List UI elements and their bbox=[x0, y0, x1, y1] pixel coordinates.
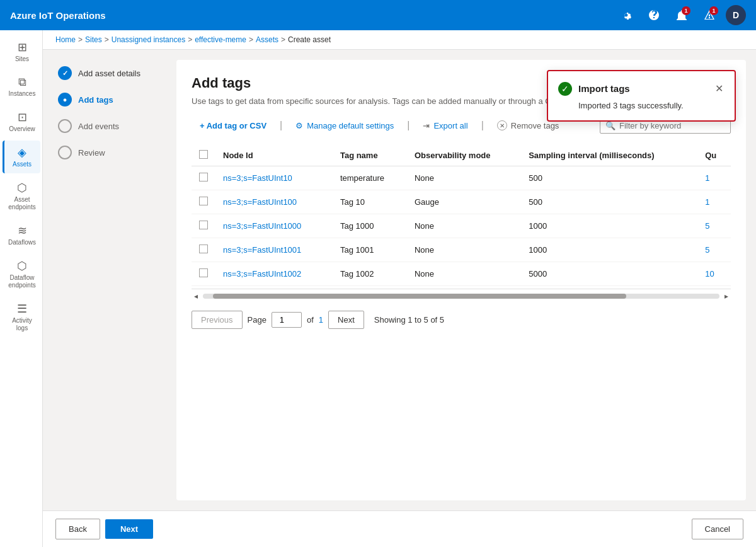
row-checkbox-cell[interactable] bbox=[192, 190, 215, 214]
settings-button[interactable] bbox=[615, 4, 638, 26]
notifications-button[interactable]: 1 bbox=[670, 4, 693, 26]
observability-cell: None bbox=[407, 262, 521, 286]
scroll-track[interactable] bbox=[203, 294, 719, 299]
sidebar-item-label: Instances bbox=[9, 90, 36, 98]
sidebar-item-label: Sites bbox=[15, 55, 29, 63]
scroll-thumb[interactable] bbox=[213, 294, 626, 299]
sampling-cell: 500 bbox=[521, 166, 697, 190]
alerts-button[interactable]: 1 bbox=[698, 4, 721, 26]
row-checkbox[interactable] bbox=[199, 173, 208, 181]
sidebar-item-activity-logs[interactable]: ☰ Activity logs bbox=[3, 297, 40, 337]
step-label-3: Add events bbox=[78, 122, 119, 131]
help-button[interactable] bbox=[643, 4, 665, 26]
next-button-footer[interactable]: Next bbox=[105, 519, 153, 539]
breadcrumb-home[interactable]: Home bbox=[55, 35, 76, 44]
pagination: Previous Page of 1 Next Showing 1 to 5 o… bbox=[192, 311, 731, 329]
scroll-right-arrow[interactable]: ▸ bbox=[722, 292, 731, 301]
observability-cell: None bbox=[407, 214, 521, 238]
breadcrumb-current: Create asset bbox=[288, 35, 331, 44]
step-label-1: Add asset details bbox=[78, 69, 140, 78]
step-review[interactable]: Review bbox=[53, 139, 166, 166]
col-qu: Qu bbox=[697, 145, 731, 166]
total-pages: 1 bbox=[319, 315, 323, 325]
help-icon bbox=[648, 9, 660, 21]
row-checkbox-cell[interactable] bbox=[192, 166, 215, 190]
breadcrumb-assets[interactable]: Assets bbox=[256, 35, 278, 44]
node-id-cell[interactable]: ns=3;s=FastUInt10 bbox=[215, 166, 333, 190]
sampling-cell: 1000 bbox=[521, 238, 697, 262]
table-body: ns=3;s=FastUInt10 temperature None 500 1… bbox=[192, 166, 731, 286]
step-circle-2: ● bbox=[58, 93, 72, 107]
footer: Back Next Cancel bbox=[43, 510, 756, 547]
row-checkbox[interactable] bbox=[199, 268, 208, 277]
main-content: Add tags Use tags to get data from speci… bbox=[176, 60, 746, 500]
filter-input[interactable] bbox=[619, 121, 725, 130]
dataflows-icon: ≋ bbox=[18, 224, 27, 238]
export-icon: ⇥ bbox=[423, 121, 430, 130]
assets-icon: ◈ bbox=[18, 146, 26, 159]
sidebar-item-label: Overview bbox=[9, 125, 35, 133]
row-checkbox-cell[interactable] bbox=[192, 214, 215, 238]
node-id-cell[interactable]: ns=3;s=FastUInt1000 bbox=[215, 214, 333, 238]
notifications-badge: 1 bbox=[682, 6, 690, 15]
row-checkbox-cell[interactable] bbox=[192, 262, 215, 286]
next-button[interactable]: Next bbox=[328, 311, 364, 329]
sidebar-item-assets[interactable]: ◈ Assets bbox=[3, 141, 40, 173]
node-id-cell[interactable]: ns=3;s=FastUInt1001 bbox=[215, 238, 333, 262]
row-checkbox[interactable] bbox=[199, 221, 208, 229]
select-all-checkbox[interactable] bbox=[199, 150, 208, 159]
content-area: Home > Sites > Unassigned instances > ef… bbox=[43, 30, 756, 547]
breadcrumb-sites[interactable]: Sites bbox=[85, 35, 102, 44]
table-row: ns=3;s=FastUInt1002 Tag 1002 None 5000 1… bbox=[192, 262, 731, 286]
table-row: ns=3;s=FastUInt1000 Tag 1000 None 1000 5 bbox=[192, 214, 731, 238]
step-add-events[interactable]: Add events bbox=[53, 113, 166, 139]
step-add-tags[interactable]: ● Add tags bbox=[53, 86, 166, 113]
sidebar-item-label: Dataflow endpoints bbox=[7, 274, 38, 289]
asset-endpoints-icon: ⬡ bbox=[17, 181, 27, 195]
sidebar-item-dataflow-endpoints[interactable]: ⬡ Dataflow endpoints bbox=[3, 254, 40, 294]
topnav: Azure IoT Operations 1 1 D bbox=[0, 0, 756, 30]
user-avatar[interactable]: D bbox=[726, 5, 746, 25]
back-button[interactable]: Back bbox=[55, 519, 100, 539]
col-tag-name: Tag name bbox=[333, 145, 407, 166]
select-all-header[interactable] bbox=[192, 145, 215, 166]
row-checkbox[interactable] bbox=[199, 197, 208, 205]
export-all-button[interactable]: ⇥ Export all bbox=[415, 117, 476, 135]
previous-button[interactable]: Previous bbox=[192, 311, 243, 329]
node-id-cell[interactable]: ns=3;s=FastUInt100 bbox=[215, 190, 333, 214]
scroll-left-arrow[interactable]: ◂ bbox=[192, 292, 200, 301]
table-row: ns=3;s=FastUInt1001 Tag 1001 None 1000 5 bbox=[192, 238, 731, 262]
sidebar-item-overview[interactable]: ⊡ Overview bbox=[3, 105, 40, 138]
dataflow-endpoints-icon: ⬡ bbox=[17, 259, 27, 273]
page-number-input[interactable] bbox=[272, 312, 302, 328]
sidebar-item-instances[interactable]: ⧉ Instances bbox=[3, 71, 40, 103]
add-tag-or-csv-button[interactable]: + Add tag or CSV bbox=[192, 117, 275, 135]
sidebar-item-asset-endpoints[interactable]: ⬡ Asset endpoints bbox=[3, 176, 40, 216]
sampling-cell: 1000 bbox=[521, 214, 697, 238]
tag-name-cell: Tag 1000 bbox=[333, 214, 407, 238]
row-checkbox[interactable] bbox=[199, 245, 208, 253]
row-checkbox-cell[interactable] bbox=[192, 238, 215, 262]
qu-cell: 5 bbox=[697, 214, 731, 238]
col-sampling: Sampling interval (milliseconds) bbox=[521, 145, 697, 166]
sidebar-item-dataflows[interactable]: ≋ Dataflows bbox=[3, 219, 40, 251]
breadcrumb-unassigned[interactable]: Unassigned instances bbox=[112, 35, 185, 44]
tag-name-cell: Tag 1002 bbox=[333, 262, 407, 286]
node-id-cell[interactable]: ns=3;s=FastUInt1002 bbox=[215, 262, 333, 286]
sampling-cell: 5000 bbox=[521, 262, 697, 286]
step-add-asset-details[interactable]: ✓ Add asset details bbox=[53, 60, 166, 86]
observability-cell: None bbox=[407, 166, 521, 190]
toast-header: ✓ Import tags ✕ bbox=[558, 81, 724, 96]
remove-label: Remove tags bbox=[511, 121, 559, 130]
toolbar-divider-3: | bbox=[481, 120, 484, 131]
topnav-icons: 1 1 D bbox=[615, 4, 746, 26]
breadcrumb-effective-meme[interactable]: effective-meme bbox=[195, 35, 246, 44]
toast-close-button[interactable]: ✕ bbox=[714, 81, 724, 96]
tag-name-cell: Tag 1001 bbox=[333, 238, 407, 262]
manage-default-settings-button[interactable]: ⚙ Manage default settings bbox=[287, 117, 402, 135]
step-circle-3 bbox=[58, 119, 72, 133]
sidebar-item-sites[interactable]: ⊞ Sites bbox=[3, 35, 40, 68]
cancel-button[interactable]: Cancel bbox=[692, 519, 743, 539]
step-label-2: Add tags bbox=[78, 95, 113, 105]
horizontal-scrollbar[interactable]: ◂ ▸ bbox=[192, 289, 731, 303]
